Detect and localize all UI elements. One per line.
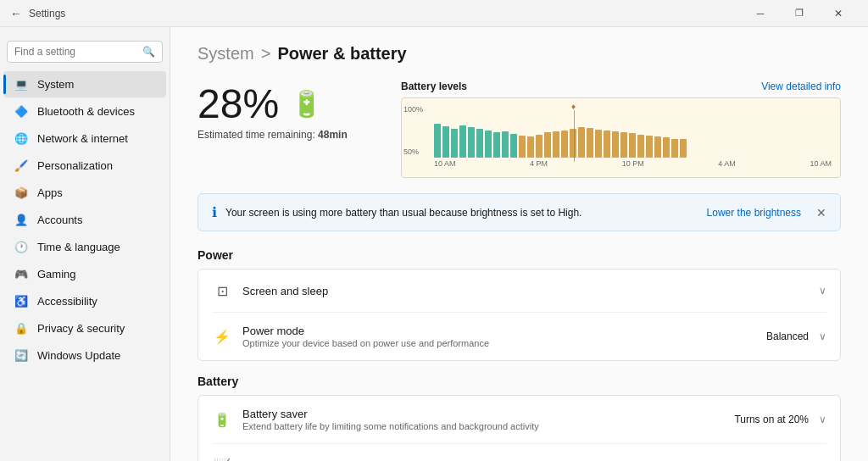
lower-brightness-link[interactable]: Lower the brightness: [707, 207, 801, 219]
chart-bar: [476, 129, 483, 158]
sidebar-item-network[interactable]: 🌐 Network & internet: [3, 125, 166, 152]
sidebar: 🔍 💻 System 🔷 Bluetooth & devices 🌐 Netwo…: [0, 27, 170, 461]
battery-saver-value: Turns on at 20%: [734, 414, 809, 425]
screen-sleep-icon: ⊡: [212, 283, 232, 299]
chart-bar: [680, 139, 687, 158]
chart-bar: [485, 131, 492, 158]
battery-saver-row[interactable]: 🔋 Battery saver Extend battery life by l…: [198, 396, 840, 443]
chart-bars-container: [434, 105, 832, 158]
chart-y-labels: 100% 50%: [403, 105, 423, 156]
battery-time-row: Estimated time remaining: 48min: [198, 129, 367, 141]
chart-bar: [561, 131, 568, 158]
battery-usage-icon: 📈: [212, 458, 232, 462]
chart-x-labels: 10 AM 4 PM 10 PM 4 AM 10 AM: [434, 159, 832, 168]
chart-bar: [544, 132, 551, 158]
sidebar-item-update[interactable]: 🔄 Windows Update: [3, 342, 166, 369]
power-mode-chevron: ∨: [819, 330, 826, 342]
sidebar-item-time[interactable]: 🕐 Time & language: [3, 234, 166, 260]
sidebar-item-personalization-label: Personalization: [37, 159, 113, 172]
chart-bar: [468, 127, 475, 158]
sidebar-item-accessibility[interactable]: ♿ Accessibility: [3, 288, 166, 314]
battery-saver-content: Battery saver Extend battery life by lim…: [242, 408, 724, 431]
power-mode-desc: Optimize your device based on power use …: [242, 338, 756, 348]
battery-settings-card: 🔋 Battery saver Extend battery life by l…: [198, 395, 841, 461]
power-mode-icon: ⚡: [212, 329, 232, 345]
battery-usage-row[interactable]: 📈 Battery usage ∨: [198, 444, 840, 461]
battery-status: 28% 🔋 Estimated time remaining: 48min: [198, 81, 367, 141]
sidebar-item-personalization[interactable]: 🖌️ Personalization: [3, 153, 166, 179]
search-input[interactable]: [14, 46, 142, 58]
sidebar-item-network-label: Network & internet: [37, 132, 128, 145]
chart-bar: [553, 131, 559, 158]
sidebar-item-system-label: System: [37, 78, 74, 91]
chart-bar: [587, 128, 593, 158]
sidebar-item-bluetooth[interactable]: 🔷 Bluetooth & devices: [3, 98, 166, 125]
chart-bar: [612, 131, 619, 158]
restore-button[interactable]: ❐: [780, 0, 819, 27]
power-mode-row[interactable]: ⚡ Power mode Optimize your device based …: [198, 313, 840, 360]
network-icon: 🌐: [14, 132, 29, 145]
sidebar-item-gaming-label: Gaming: [37, 268, 76, 280]
sidebar-item-gaming[interactable]: 🎮 Gaming: [3, 261, 166, 287]
back-icon[interactable]: ←: [10, 7, 22, 20]
power-mode-value: Balanced: [766, 330, 809, 342]
chart-bar: [493, 132, 500, 158]
chart-bar: [578, 127, 585, 158]
battery-percentage: 28%: [198, 81, 279, 127]
sidebar-item-apps-label: Apps: [37, 186, 63, 199]
chart-bar: [604, 131, 610, 158]
search-box[interactable]: 🔍: [7, 41, 163, 63]
gaming-icon: 🎮: [14, 268, 29, 280]
chart-bar: [459, 125, 466, 158]
accessibility-icon: ♿: [14, 295, 29, 308]
chart-line: [574, 110, 575, 162]
chart-bar: [502, 131, 509, 158]
info-banner-text: Your screen is using more battery than u…: [225, 207, 698, 219]
breadcrumb: System > Power & battery: [198, 44, 841, 64]
privacy-icon: 🔒: [14, 322, 29, 335]
battery-time-label: Estimated time remaining:: [198, 129, 315, 141]
close-button[interactable]: ✕: [819, 0, 858, 27]
chart-bar: [519, 136, 526, 158]
minimize-button[interactable]: ─: [741, 0, 780, 27]
battery-saver-icon: 🔋: [212, 412, 232, 428]
time-icon: 🕐: [14, 241, 29, 253]
sidebar-item-time-label: Time & language: [37, 241, 120, 253]
screen-sleep-row[interactable]: ⊡ Screen and sleep ∨: [198, 269, 840, 312]
breadcrumb-parent[interactable]: System: [198, 44, 254, 64]
chart-bar: [654, 136, 661, 158]
info-icon: ℹ: [212, 204, 217, 220]
chart-bar: [510, 134, 517, 158]
battery-saver-chevron: ∨: [819, 414, 826, 425]
personalization-icon: 🖌️: [14, 159, 29, 172]
battery-chart-section: Battery levels View detailed info 100% 5…: [401, 81, 841, 178]
sidebar-item-system[interactable]: 💻 System: [3, 71, 166, 97]
screen-sleep-chevron: ∨: [819, 285, 826, 297]
power-settings-card: ⊡ Screen and sleep ∨ ⚡ Power mode Optimi…: [198, 269, 841, 361]
info-close-button[interactable]: ✕: [816, 206, 826, 219]
sidebar-item-privacy[interactable]: 🔒 Privacy & security: [3, 315, 166, 342]
battery-saver-title: Battery saver: [242, 408, 724, 420]
chart-bar: [451, 129, 458, 158]
sidebar-item-accounts[interactable]: 👤 Accounts: [3, 207, 166, 233]
breadcrumb-current: Power & battery: [277, 44, 406, 64]
sidebar-item-apps[interactable]: 📦 Apps: [3, 180, 166, 206]
chart-bar: [527, 136, 534, 158]
battery-section-label: Battery: [198, 375, 841, 388]
sidebar-item-bluetooth-label: Bluetooth & devices: [37, 105, 135, 118]
chart-bar: [663, 137, 670, 158]
bluetooth-icon: 🔷: [14, 105, 29, 118]
sidebar-item-accessibility-label: Accessibility: [37, 295, 97, 308]
main-content: System > Power & battery 28% 🔋 Estimated…: [170, 27, 868, 461]
apps-icon: 📦: [14, 186, 29, 199]
sidebar-item-accounts-label: Accounts: [37, 214, 82, 226]
view-detailed-link[interactable]: View detailed info: [761, 81, 841, 92]
battery-icon-large: 🔋: [291, 89, 322, 119]
chart-bar: [646, 136, 653, 158]
power-mode-title: Power mode: [242, 325, 756, 337]
search-icon: 🔍: [142, 46, 155, 58]
chart-bar: [629, 133, 636, 158]
power-section-label: Power: [198, 248, 841, 262]
chart-title: Battery levels: [401, 81, 467, 92]
accounts-icon: 👤: [14, 214, 29, 226]
